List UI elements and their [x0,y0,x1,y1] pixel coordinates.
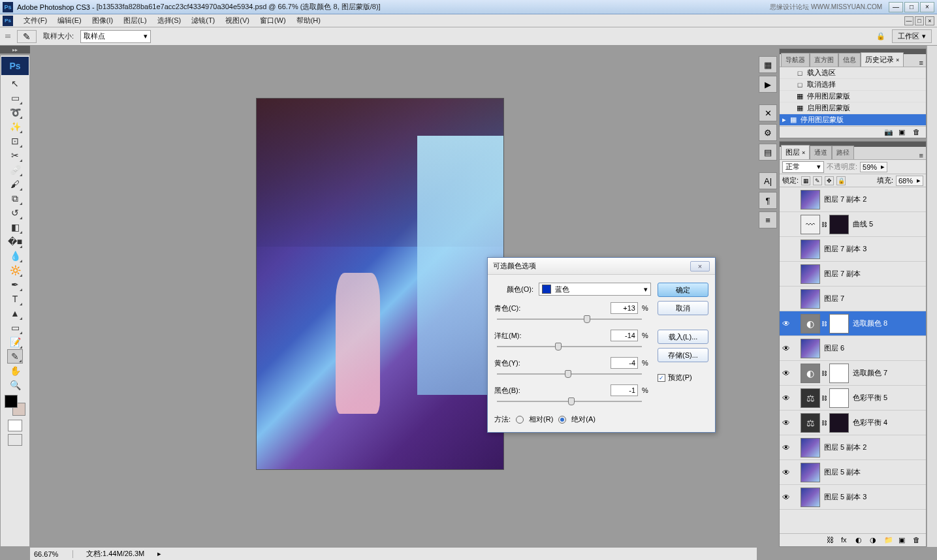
lock-all-icon[interactable]: 🔒 [836,176,846,185]
layer-name[interactable]: 选取颜色 8 [850,319,925,328]
tab-history[interactable]: 历史记录× [861,52,904,67]
layer-thumbnail[interactable] [801,488,820,507]
lock-transparency-icon[interactable]: ▦ [801,176,810,185]
layer-mask-icon[interactable]: ◐ [855,536,865,545]
tab-histogram[interactable]: 直方图 [810,53,838,67]
balance-icon[interactable]: ⚖ [801,413,820,433]
link-layers-icon[interactable]: ⛓ [827,536,836,545]
link-icon[interactable]: ⛓ [821,420,828,426]
mask-thumbnail[interactable] [829,413,849,433]
mask-thumbnail[interactable] [829,314,849,334]
layer-thumbnail[interactable] [801,289,820,309]
layer-name[interactable]: 图层 5 副本 [821,467,925,477]
crop-tool[interactable]: ⊡ [7,134,23,148]
grip-handle[interactable] [5,35,10,38]
layer-row[interactable]: 👁 ⚖ ⛓ 色彩平衡 4 [780,411,926,435]
history-item[interactable]: □取消选择 [780,79,926,91]
workspace-menu[interactable]: 工作区 ▾ [892,29,932,43]
dodge-tool[interactable]: 🔆 [7,263,23,277]
visibility-toggle[interactable]: 👁 [781,343,791,354]
visibility-toggle[interactable] [781,219,791,230]
history-item[interactable]: ▦停用图层蒙版 [780,91,926,102]
layer-name[interactable]: 图层 7 [821,294,925,303]
layer-row[interactable]: 图层 7 [780,287,926,311]
layer-group-icon[interactable]: 📁 [884,536,893,545]
layer-name[interactable]: 图层 6 [821,343,925,353]
layer-row[interactable]: 图层 7 副本 2 [780,187,926,212]
layer-name[interactable]: 图层 5 副本 3 [821,492,925,502]
zoom-level[interactable]: 66.67% [34,550,73,558]
layer-name[interactable]: 图层 7 副本 [821,269,925,279]
close-button[interactable]: × [920,2,934,12]
lock-icon[interactable]: 🔒 [876,32,885,40]
preview-label[interactable]: 预览(P) [668,373,692,382]
menu-edit[interactable]: 编辑(E) [52,14,87,27]
path-selection-tool[interactable]: ▲ [7,306,23,320]
doc-close-button[interactable]: × [925,16,934,25]
type-tool[interactable]: T [7,292,23,306]
canvas-image[interactable] [256,98,504,470]
layer-row[interactable]: 👁 图层 5 副本 2 [780,435,926,460]
layer-thumbnail[interactable] [801,190,820,210]
history-brush-tool[interactable]: ↺ [7,206,23,220]
tab-navigator[interactable]: 导航器 [781,53,810,67]
layer-row[interactable]: 图层 7 副本 [780,262,926,287]
clone-stamp-tool[interactable]: ⧉ [7,191,23,206]
layer-thumbnail[interactable] [801,339,820,358]
styles-icon[interactable]: ≡ [759,211,777,228]
balance-icon[interactable]: ⚖ [801,388,820,408]
ok-button[interactable]: 确定 [658,283,708,297]
visibility-toggle[interactable]: 👁 [781,443,791,453]
relative-radio[interactable] [516,416,524,424]
eraser-tool[interactable]: ◧ [7,220,23,234]
layer-row[interactable]: 👁 图层 6 [780,336,926,361]
magic-wand-tool[interactable]: ✨ [7,119,23,134]
minimize-button[interactable]: — [889,2,903,12]
visibility-toggle[interactable]: 👁 [781,492,791,503]
pen-tool[interactable]: ✒ [7,277,23,292]
absolute-label[interactable]: 绝对(A) [571,414,596,424]
blur-tool[interactable]: 💧 [7,249,23,263]
eyedropper-tool[interactable]: ✎ [7,349,23,364]
mask-thumbnail[interactable] [829,215,849,234]
doc-info[interactable]: 文档:1.44M/26.3M [86,549,144,559]
layer-name[interactable]: 选取颜色 7 [850,368,925,378]
visibility-toggle[interactable] [781,269,791,279]
black-slider[interactable] [497,397,642,405]
layer-thumbnail[interactable] [801,438,820,458]
doc-minimize-button[interactable]: — [904,16,913,25]
tool-preset-picker[interactable]: ✎ [17,30,37,43]
brushes-icon[interactable]: ⚙ [759,124,777,141]
play-icon[interactable]: ▶ [759,76,777,93]
zoom-tool[interactable]: 🔍 [7,378,23,392]
marquee-tool[interactable]: ▭ [7,91,23,105]
yellow-input[interactable] [611,357,638,369]
opacity-input[interactable]: 59%▸ [860,162,887,172]
menu-file[interactable]: 文件(F) [18,14,52,27]
delete-layer-icon[interactable]: 🗑 [913,536,922,545]
menu-filter[interactable]: 滤镜(T) [186,14,220,27]
absolute-radio[interactable] [558,416,566,424]
app-icon-small[interactable]: Ps [3,16,13,26]
paragraph-icon[interactable]: ¶ [759,192,777,209]
layer-name[interactable]: 色彩平衡 5 [850,393,925,403]
adjustment-icon[interactable]: ◐ [801,364,820,383]
colors-select[interactable]: 蓝色 ▾ [539,283,651,296]
panel-menu-icon[interactable]: ≡ [917,59,926,67]
cyan-slider[interactable] [497,315,642,323]
slice-tool[interactable]: ✂ [7,148,23,163]
layer-row[interactable]: 图层 7 副本 3 [780,237,926,262]
adjustment-icon[interactable]: ◐ [801,314,820,334]
layer-thumbnail[interactable] [801,240,820,259]
layer-name[interactable]: 曲线 5 [850,219,925,229]
hand-tool[interactable]: ✋ [7,364,23,378]
quick-mask-button[interactable] [8,420,22,431]
layer-row[interactable]: 👁 图层 5 副本 3 [780,485,926,510]
color-swatches[interactable] [5,395,25,416]
layer-name[interactable]: 图层 5 副本 2 [821,443,925,452]
visibility-toggle[interactable]: 👁 [781,418,791,428]
relative-label[interactable]: 相对(R) [529,414,553,424]
dialog-close-button[interactable]: × [690,261,710,272]
panel-scrollbar[interactable] [927,46,937,547]
notes-tool[interactable]: 📝 [7,335,23,349]
